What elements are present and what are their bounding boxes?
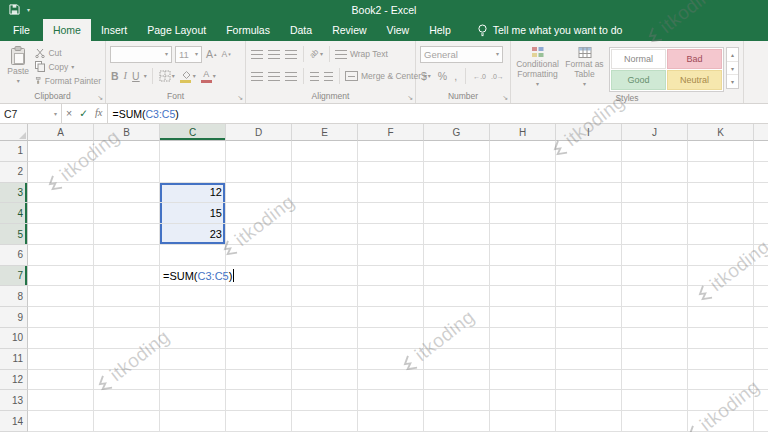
- cell-B9[interactable]: [94, 307, 160, 328]
- cell-H11[interactable]: [490, 349, 556, 370]
- quick-access-dropdown[interactable]: ▾: [27, 7, 30, 13]
- cell-F14[interactable]: [358, 411, 424, 432]
- cell-G9[interactable]: [424, 307, 490, 328]
- cell-H2[interactable]: [490, 162, 556, 183]
- row-header-2[interactable]: 2: [0, 162, 28, 183]
- cell-F12[interactable]: [358, 370, 424, 391]
- cell-F10[interactable]: [358, 328, 424, 349]
- cell-style-normal[interactable]: Normal: [611, 49, 666, 69]
- borders-button[interactable]: ▾: [158, 70, 176, 82]
- increase-indent-button[interactable]: [323, 72, 334, 81]
- cell-K10[interactable]: [688, 328, 754, 349]
- cell-F2[interactable]: [358, 162, 424, 183]
- cell-C12[interactable]: [160, 370, 226, 391]
- number-format-select[interactable]: General ▾: [420, 46, 503, 63]
- cell-F3[interactable]: [358, 183, 424, 204]
- cell-E12[interactable]: [292, 370, 358, 391]
- italic-button[interactable]: I: [123, 71, 129, 82]
- merge-center-button[interactable]: Merge & Center▾: [345, 71, 427, 81]
- cell-H3[interactable]: [490, 183, 556, 204]
- cell-C10[interactable]: [160, 328, 226, 349]
- cell-H12[interactable]: [490, 370, 556, 391]
- tab-file[interactable]: File: [0, 19, 43, 41]
- cell-D5[interactable]: [226, 224, 292, 245]
- name-box[interactable]: C7 ▾: [0, 104, 62, 123]
- tab-home[interactable]: Home: [43, 19, 91, 41]
- cell-B1[interactable]: [94, 141, 160, 162]
- tab-insert[interactable]: Insert: [91, 19, 137, 41]
- accounting-format-button[interactable]: $▾: [420, 71, 432, 82]
- cell-H6[interactable]: [490, 245, 556, 266]
- cell-G13[interactable]: [424, 390, 490, 411]
- cell-H7[interactable]: [490, 266, 556, 287]
- column-header-K[interactable]: K: [688, 124, 754, 141]
- column-header-B[interactable]: B: [94, 124, 160, 141]
- cell-E1[interactable]: [292, 141, 358, 162]
- cell-I13[interactable]: [556, 390, 622, 411]
- cell-E5[interactable]: [292, 224, 358, 245]
- cell-E2[interactable]: [292, 162, 358, 183]
- alignment-dialog-launcher[interactable]: ↘: [407, 94, 413, 101]
- cell-G12[interactable]: [424, 370, 490, 391]
- font-color-button[interactable]: A ▾: [200, 70, 217, 83]
- align-bottom-button[interactable]: [284, 50, 298, 59]
- cell-partial-14[interactable]: [754, 411, 768, 432]
- cell-partial-11[interactable]: [754, 349, 768, 370]
- cell-I11[interactable]: [556, 349, 622, 370]
- cell-A14[interactable]: [28, 411, 94, 432]
- cell-I4[interactable]: [556, 203, 622, 224]
- cell-D10[interactable]: [226, 328, 292, 349]
- cell-B3[interactable]: [94, 183, 160, 204]
- cell-J9[interactable]: [622, 307, 688, 328]
- cell-J2[interactable]: [622, 162, 688, 183]
- gallery-more-button[interactable]: ▾: [727, 75, 738, 88]
- cell-H14[interactable]: [490, 411, 556, 432]
- cell-A10[interactable]: [28, 328, 94, 349]
- cell-F7[interactable]: [358, 266, 424, 287]
- cell-B8[interactable]: [94, 286, 160, 307]
- cell-C2[interactable]: [160, 162, 226, 183]
- cell-J13[interactable]: [622, 390, 688, 411]
- cell-D7[interactable]: [226, 266, 292, 287]
- cell-F11[interactable]: [358, 349, 424, 370]
- cell-A2[interactable]: [28, 162, 94, 183]
- cell-E11[interactable]: [292, 349, 358, 370]
- cell-B14[interactable]: [94, 411, 160, 432]
- cell-D2[interactable]: [226, 162, 292, 183]
- cell-E10[interactable]: [292, 328, 358, 349]
- cell-partial-8[interactable]: [754, 286, 768, 307]
- cell-G10[interactable]: [424, 328, 490, 349]
- cell-F9[interactable]: [358, 307, 424, 328]
- cell-C9[interactable]: [160, 307, 226, 328]
- cell-F4[interactable]: [358, 203, 424, 224]
- comma-style-button[interactable]: ,: [453, 71, 458, 82]
- cell-H9[interactable]: [490, 307, 556, 328]
- cell-A1[interactable]: [28, 141, 94, 162]
- cell-C8[interactable]: [160, 286, 226, 307]
- column-header-F[interactable]: F: [358, 124, 424, 141]
- cell-G11[interactable]: [424, 349, 490, 370]
- cell-partial-4[interactable]: [754, 203, 768, 224]
- copy-button[interactable]: Copy ▾: [35, 61, 101, 72]
- cell-H1[interactable]: [490, 141, 556, 162]
- cell-G1[interactable]: [424, 141, 490, 162]
- wrap-text-button[interactable]: Wrap Text: [335, 49, 388, 59]
- cell-G14[interactable]: [424, 411, 490, 432]
- cell-B10[interactable]: [94, 328, 160, 349]
- cell-K13[interactable]: [688, 390, 754, 411]
- cell-style-bad[interactable]: Bad: [667, 49, 722, 69]
- cell-E13[interactable]: [292, 390, 358, 411]
- cell-B7[interactable]: [94, 266, 160, 287]
- cell-F13[interactable]: [358, 390, 424, 411]
- row-header-12[interactable]: 12: [0, 370, 28, 391]
- row-header-3[interactable]: 3: [0, 183, 28, 204]
- cell-B11[interactable]: [94, 349, 160, 370]
- underline-dropdown-icon[interactable]: ▾: [144, 73, 147, 79]
- cell-I1[interactable]: [556, 141, 622, 162]
- bold-button[interactable]: B: [110, 71, 120, 82]
- cell-C11[interactable]: [160, 349, 226, 370]
- row-header-10[interactable]: 10: [0, 328, 28, 349]
- cell-K2[interactable]: [688, 162, 754, 183]
- cell-partial-2[interactable]: [754, 162, 768, 183]
- row-header-1[interactable]: 1: [0, 141, 28, 162]
